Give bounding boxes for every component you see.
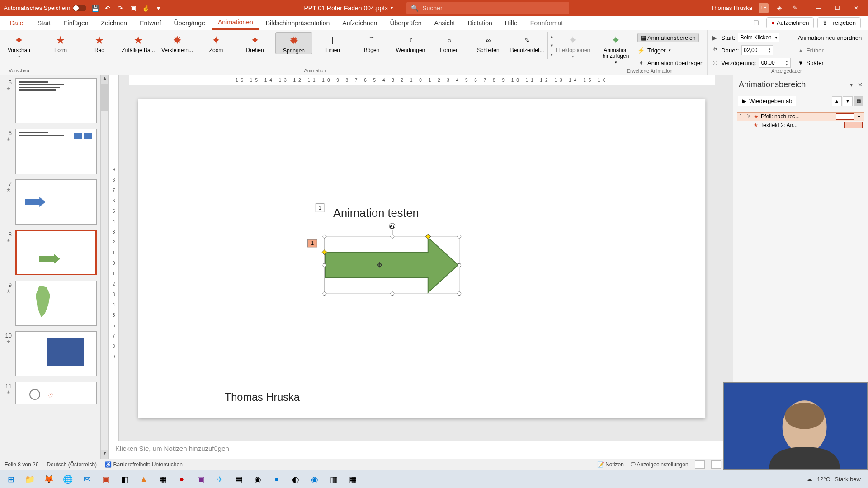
undo-icon[interactable]: ↶	[104, 4, 112, 12]
tb-edge-icon[interactable]: ◉	[307, 472, 323, 487]
status-lang[interactable]: Deutsch (Österreich)	[47, 461, 97, 468]
present-start-icon[interactable]: ▣	[129, 4, 137, 12]
anim-benutzer[interactable]: ✎Benutzerdef...	[509, 32, 546, 53]
tab-datei[interactable]: Datei	[4, 16, 31, 30]
tb-telegram-icon[interactable]: ✈	[212, 472, 228, 487]
vorschau-button[interactable]: ✦ Vorschau ▾	[4, 32, 34, 59]
status-notizen[interactable]: 📝 Notizen	[597, 461, 624, 468]
tb-app3-icon[interactable]: ●	[174, 472, 190, 487]
sel-handle-tl[interactable]	[323, 235, 327, 239]
tb-chrome-icon[interactable]: 🌐	[60, 472, 76, 487]
anim-wendungen[interactable]: ⤴Wendungen	[392, 32, 429, 53]
anim-boegen[interactable]: ⌒Bögen	[353, 32, 390, 53]
spaeter-button[interactable]: ▼ Später	[798, 57, 862, 68]
animation-tag-1[interactable]: 1	[316, 203, 325, 212]
tb-app4-icon[interactable]: ▤	[231, 472, 247, 487]
slide-thumb-7[interactable]	[15, 179, 97, 225]
move-up-button[interactable]: ▲	[832, 96, 842, 106]
weather-temp[interactable]: 12°C	[817, 476, 830, 483]
tb-app8-icon[interactable]: ▦	[344, 472, 361, 487]
tb-powerpoint-icon[interactable]: ▣	[98, 472, 114, 487]
tb-app7-icon[interactable]: ▥	[326, 472, 342, 487]
freigeben-button[interactable]: ⇪Freigeben	[817, 17, 861, 28]
anim-item-dropdown[interactable]: ▾	[856, 113, 862, 120]
pen-icon[interactable]: ✎	[790, 4, 799, 13]
tb-outlook-icon[interactable]: ✉	[79, 472, 95, 487]
tb-explorer-icon[interactable]: 📁	[22, 472, 38, 487]
tb-firefox-icon[interactable]: 🦊	[41, 472, 57, 487]
sel-handle-tr[interactable]	[457, 235, 461, 239]
maximize-button[interactable]: ☐	[829, 2, 845, 14]
tab-animationen[interactable]: Animationen	[212, 16, 259, 30]
tab-aufzeichnen[interactable]: Aufzeichnen	[336, 16, 383, 30]
anim-zufaellige[interactable]: ★Zufällige Ba...	[120, 32, 157, 53]
start-dropdown[interactable]: Beim Klicken▾	[738, 33, 779, 42]
move-down-button[interactable]: ▼	[843, 96, 853, 106]
thumbs-scrollbar[interactable]: ▲ ▼	[100, 75, 108, 459]
anim-play-button[interactable]: ▶Wiedergeben ab	[738, 96, 796, 106]
slide-thumb-9[interactable]	[15, 281, 97, 326]
view-normal-button[interactable]	[695, 460, 705, 469]
anim-timeline-bar[interactable]	[844, 122, 863, 128]
collapse-ribbon-button[interactable]: ☐	[750, 18, 763, 28]
notes-area[interactable]: Klicken Sie, um Notizen hinzuzufügen	[109, 441, 733, 459]
weather-icon[interactable]: ☁	[807, 476, 812, 483]
anim-linien[interactable]: │Linien	[314, 32, 351, 53]
save-icon[interactable]: 💾	[91, 4, 99, 12]
slide-footer-text[interactable]: Thomas Hruska	[225, 391, 300, 404]
anim-timeline-bar[interactable]	[836, 113, 854, 120]
user-avatar[interactable]: TH	[759, 3, 769, 13]
status-barrierefreiheit[interactable]: ♿ Barrierefreiheit: Untersuchen	[105, 461, 183, 468]
sel-handle-tc[interactable]	[390, 235, 394, 239]
tb-obs-icon[interactable]: ◉	[250, 472, 266, 487]
minimize-button[interactable]: —	[810, 2, 826, 14]
anim-schleifen[interactable]: ∞Schleifen	[470, 32, 507, 53]
qat-more-icon[interactable]: ▾	[154, 4, 162, 12]
tab-entwurf[interactable]: Entwurf	[133, 16, 167, 30]
tab-ansicht[interactable]: Ansicht	[428, 16, 461, 30]
anim-springen[interactable]: ✹Springen	[275, 32, 312, 54]
tb-app5-icon[interactable]: ●	[269, 472, 285, 487]
tb-app6-icon[interactable]: ◐	[288, 472, 304, 487]
scroll-thumb[interactable]	[101, 84, 108, 111]
anim-drehen[interactable]: ✦Drehen	[236, 32, 274, 53]
tb-vlc-icon[interactable]: ▲	[136, 472, 152, 487]
anim-zoom[interactable]: ✦Zoom	[198, 32, 235, 53]
tb-onenote-icon[interactable]: ▣	[193, 472, 209, 487]
timeline-toggle[interactable]: ▦	[854, 96, 863, 106]
start-menu-button[interactable]: ⊞	[3, 472, 19, 487]
sel-handle-bl[interactable]	[323, 291, 327, 296]
animationsbereich-button[interactable]: ▦ Animationsbereich	[637, 33, 699, 42]
anim-formen[interactable]: ○Formen	[431, 32, 468, 53]
dauer-input[interactable]: 02,00▲▼	[741, 45, 773, 55]
tab-bildschirm[interactable]: Bildschirmpräsentation	[259, 16, 336, 30]
tab-ueberpruefen[interactable]: Überprüfen	[383, 16, 428, 30]
anim-list-item-2[interactable]: ★ Textfeld 2: An...	[737, 121, 864, 129]
filename-dropdown-icon[interactable]: ▾	[391, 5, 393, 10]
diamond-icon[interactable]: ◈	[775, 4, 784, 13]
gallery-scroll[interactable]: ▲▼▾	[547, 32, 556, 59]
scroll-up-icon[interactable]: ▲	[101, 75, 108, 84]
pane-close-icon[interactable]: ✕	[858, 81, 863, 88]
view-sorter-button[interactable]	[711, 460, 721, 469]
trigger-button[interactable]: ⚡Trigger ▾	[637, 45, 703, 56]
search-input[interactable]	[422, 5, 565, 12]
tab-uebergaenge[interactable]: Übergänge	[168, 16, 212, 30]
tab-einfuegen[interactable]: Einfügen	[57, 16, 94, 30]
aufzeichnen-button[interactable]: ●Aufzeichnen	[766, 17, 814, 28]
status-anzeige[interactable]: 🖵 Anzeigeeinstellungen	[630, 461, 689, 468]
anim-verkleinern[interactable]: ✸Verkleinern...	[159, 32, 196, 53]
tab-dictation[interactable]: Dictation	[461, 16, 498, 30]
verzoegerung-input[interactable]: 00,00▲▼	[759, 58, 791, 68]
autosave-toggle[interactable]	[73, 5, 86, 11]
animation-uebertragen-button[interactable]: ✦Animation übertragen	[637, 57, 703, 68]
slide-canvas[interactable]: 1 Animation testen 1 ↻	[138, 99, 705, 418]
tb-app2-icon[interactable]: ▦	[155, 472, 171, 487]
tb-app1-icon[interactable]: ◧	[117, 472, 133, 487]
tab-zeichnen[interactable]: Zeichnen	[95, 16, 134, 30]
sel-handle-bc[interactable]	[390, 291, 394, 296]
pane-dropdown-icon[interactable]: ▾	[850, 81, 853, 88]
anim-form[interactable]: ★Form	[42, 32, 79, 53]
slide-thumb-6[interactable]	[15, 129, 97, 174]
tab-formformat[interactable]: Formformat	[524, 16, 569, 30]
